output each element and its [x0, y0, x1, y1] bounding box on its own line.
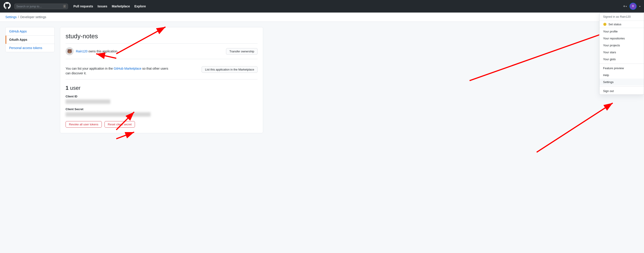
github-marketplace-link[interactable]: GitHub Marketplace — [114, 67, 142, 70]
sidebar-item-github-apps[interactable]: GitHub Apps — [6, 27, 54, 36]
search-bar[interactable]: / — [14, 4, 68, 9]
dropdown-help[interactable]: Help — [600, 72, 644, 79]
app-title: study-notes — [66, 33, 258, 40]
dropdown-your-repositories[interactable]: Your repositories — [600, 35, 644, 42]
sidebar-item-oauth-apps[interactable]: OAuth Apps — [6, 36, 54, 44]
owner-avatar-icon: 🐻 — [66, 47, 74, 55]
breadcrumb-separator: / — [18, 15, 19, 19]
sidebar: GitHub Apps OAuth Apps Personal access t… — [5, 27, 54, 133]
sidebar-item-personal-access-tokens[interactable]: Personal access tokens — [6, 44, 54, 52]
dropdown-your-projects[interactable]: Your projects — [600, 42, 644, 49]
content-area: study-notes 🐻 Rain120 owns this applicat… — [60, 27, 263, 133]
dropdown-sign-out[interactable]: Sign out — [600, 88, 644, 95]
navbar: / Pull requests Issues Marketplace Explo… — [0, 0, 644, 13]
dropdown-divider-1 — [600, 64, 644, 64]
breadcrumb: Settings / Developer settings — [0, 13, 644, 22]
owner-row: 🐻 Rain120 owns this application. Transfe… — [66, 44, 258, 59]
revoke-tokens-button[interactable]: Revoke all user tokens — [66, 121, 102, 128]
search-input[interactable] — [16, 5, 61, 8]
breadcrumb-current-page: Developer settings — [20, 15, 46, 19]
navbar-links: Pull requests Issues Marketplace Explore — [74, 5, 146, 8]
user-count: 1 user — [66, 85, 258, 91]
user-dropdown-menu: Signed in as Rain120 🙂 Set status Your p… — [599, 13, 644, 95]
dropdown-signed-in: Signed in as Rain120 — [600, 13, 644, 21]
owner-link[interactable]: Rain120 — [76, 50, 88, 53]
dropdown-your-gists[interactable]: Your gists — [600, 56, 644, 63]
dropdown-feature-preview[interactable]: Feature preview — [600, 65, 644, 72]
marketplace-section: You can list your application in the Git… — [66, 63, 258, 80]
navbar-right: + ▾ R ▾ — [623, 3, 640, 10]
marketplace-text-1: You can list your application in the — [66, 67, 114, 70]
slash-badge: / — [63, 5, 66, 8]
client-secret-section: Client Secret — [66, 107, 258, 117]
avatar[interactable]: R — [630, 3, 636, 10]
svg-line-5 — [536, 103, 613, 139]
dropdown-your-stars[interactable]: Your stars — [600, 49, 644, 56]
dropdown-divider-2 — [600, 86, 644, 87]
dropdown-your-profile[interactable]: Your profile — [600, 28, 644, 35]
owner-suffix: owns this application. — [88, 50, 118, 53]
breadcrumb-settings[interactable]: Settings — [5, 15, 17, 19]
list-in-marketplace-button[interactable]: List this application in the Marketplace — [202, 66, 258, 73]
marketplace-row: You can list your application in the Git… — [66, 66, 258, 76]
client-id-label: Client ID — [66, 95, 258, 98]
sidebar-label-oauth-apps: OAuth Apps — [9, 38, 27, 42]
client-secret-label: Client Secret — [66, 107, 258, 111]
owner-info: 🐻 Rain120 owns this application. — [66, 47, 118, 55]
new-button[interactable]: + ▾ — [623, 4, 627, 8]
marketplace-description: You can list your application in the Git… — [66, 66, 168, 76]
avatar-caret[interactable]: ▾ — [639, 5, 640, 8]
dropdown-settings[interactable]: Settings — [600, 79, 644, 86]
emoji-icon: 🙂 — [603, 23, 607, 26]
owner-text: Rain120 owns this application. — [76, 50, 118, 53]
transfer-ownership-button[interactable]: Transfer ownership — [226, 48, 258, 55]
client-secret-value — [66, 112, 150, 117]
sidebar-link-personal-access-tokens[interactable]: Personal access tokens — [9, 46, 42, 50]
nav-issues[interactable]: Issues — [98, 5, 108, 8]
set-status-item[interactable]: 🙂 Set status — [600, 21, 644, 28]
github-logo[interactable] — [4, 2, 11, 11]
client-id-value — [66, 99, 110, 104]
sidebar-nav: GitHub Apps OAuth Apps Personal access t… — [5, 27, 54, 52]
reset-secret-button[interactable]: Reset client secret — [104, 121, 135, 128]
nav-explore[interactable]: Explore — [134, 5, 146, 8]
svg-line-6 — [470, 27, 622, 81]
action-buttons: Revoke all user tokens Reset client secr… — [66, 121, 258, 128]
sidebar-link-github-apps[interactable]: GitHub Apps — [9, 30, 27, 33]
client-id-section: Client ID — [66, 95, 258, 104]
main-container: GitHub Apps OAuth Apps Personal access t… — [0, 22, 268, 139]
nav-marketplace[interactable]: Marketplace — [112, 5, 130, 8]
nav-pull-requests[interactable]: Pull requests — [74, 5, 93, 8]
